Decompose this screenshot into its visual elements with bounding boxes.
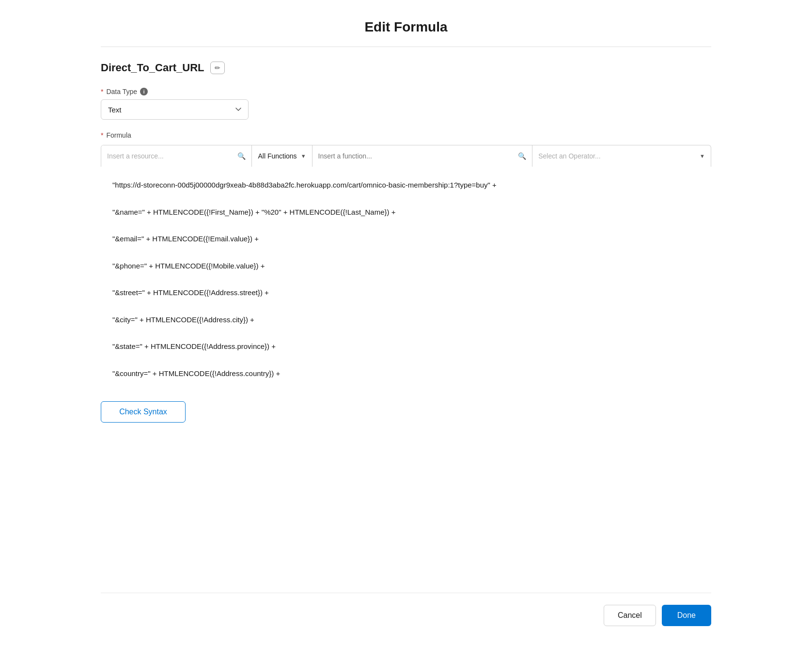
function-search-field[interactable]: 🔍	[312, 145, 533, 167]
data-type-label-row: * Data Type i	[101, 88, 711, 95]
formula-section: * Formula 🔍 All Functions ▼ 🔍	[101, 131, 711, 593]
resource-search-input[interactable]	[107, 152, 234, 160]
operator-chevron-icon: ▼	[700, 153, 705, 159]
functions-dropdown-label: All Functions	[258, 152, 297, 160]
formula-editor-wrapper: "https://d-storeconn-00d5j00000dgr9xeab-…	[101, 167, 711, 392]
field-name-label: Direct_To_Cart_URL	[101, 62, 204, 74]
cancel-button[interactable]: Cancel	[604, 605, 656, 626]
formula-toolbar: 🔍 All Functions ▼ 🔍 Select an Operator..…	[101, 145, 711, 167]
formula-editor[interactable]: "https://d-storeconn-00d5j00000dgr9xeab-…	[101, 167, 711, 390]
required-star-data-type: *	[101, 88, 103, 95]
formula-label: Formula	[106, 131, 131, 139]
resource-search-field[interactable]: 🔍	[101, 145, 252, 167]
functions-dropdown[interactable]: All Functions ▼	[252, 152, 312, 160]
data-type-section: * Data Type i Text Number Currency Date …	[101, 88, 711, 120]
modal-title: Edit Formula	[101, 19, 711, 47]
data-type-select[interactable]: Text Number Currency Date DateTime Perce…	[101, 99, 249, 120]
functions-dropdown-wrap[interactable]: All Functions ▼	[252, 145, 312, 167]
function-search-icon: 🔍	[518, 152, 526, 160]
pencil-icon: ✏	[215, 64, 220, 72]
chevron-down-icon: ▼	[301, 153, 306, 159]
formula-label-row: * Formula	[101, 131, 711, 139]
done-button[interactable]: Done	[662, 605, 711, 626]
data-type-label: Data Type	[106, 88, 137, 95]
function-search-input[interactable]	[318, 152, 515, 160]
footer-actions: Cancel Done	[101, 593, 711, 642]
field-name-row: Direct_To_Cart_URL ✏	[101, 62, 711, 74]
edit-field-name-button[interactable]: ✏	[210, 62, 225, 74]
operator-dropdown-wrap[interactable]: Select an Operator... ▼	[532, 145, 711, 167]
resource-search-icon: 🔍	[237, 152, 246, 160]
operator-dropdown-label: Select an Operator...	[538, 152, 696, 160]
required-star-formula: *	[101, 131, 103, 139]
data-type-info-icon[interactable]: i	[140, 88, 148, 95]
check-syntax-button[interactable]: Check Syntax	[101, 401, 186, 423]
